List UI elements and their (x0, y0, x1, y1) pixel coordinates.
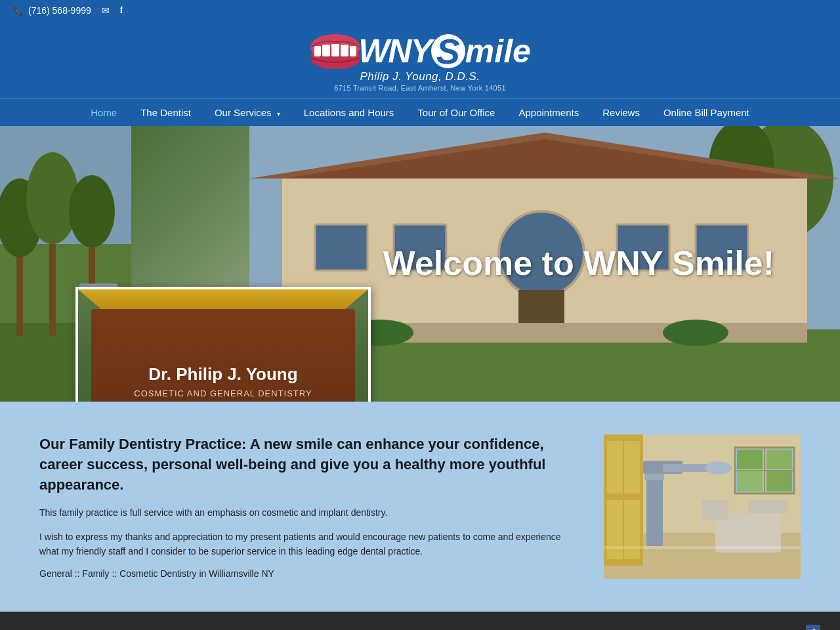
nav-item-reviews[interactable]: Reviews (591, 99, 652, 126)
nav-item-appointments[interactable]: Appointments (507, 99, 591, 126)
svg-rect-62 (737, 450, 763, 469)
office-sign: Dr. Philip J. Young COSMETIC AND GENERAL… (75, 287, 371, 402)
nav-item-services[interactable]: Our Services ▾ (203, 99, 292, 126)
svg-rect-14 (49, 244, 56, 336)
svg-rect-57 (702, 500, 728, 520)
svg-rect-4 (331, 44, 339, 56)
content-heading: Our Family Dentistry Practice: A new smi… (39, 434, 564, 495)
nav-link-billing[interactable]: Online Bill Payment (652, 99, 761, 126)
hero-title: Welcome to WNY Smile! (383, 245, 774, 282)
top-bar: 📞 (716) 568-9999 ✉ f (0, 0, 840, 21)
svg-rect-64 (737, 471, 763, 492)
svg-rect-65 (766, 471, 792, 492)
logo-address: 6715 Transit Road, East Amherst, New Yor… (334, 84, 506, 92)
office-interior-photo (604, 434, 801, 579)
svg-rect-63 (766, 450, 792, 469)
nav-link-services[interactable]: Our Services ▾ (203, 99, 292, 126)
sign-doctor-name: Dr. Philip J. Young (148, 364, 297, 385)
content-section: Our Family Dentistry Practice: A new smi… (0, 402, 840, 612)
nav-link-home[interactable]: Home (79, 99, 129, 126)
svg-rect-66 (604, 546, 801, 549)
svg-point-55 (705, 461, 732, 474)
content-para2: I wish to express my thanks and apprecia… (39, 530, 564, 559)
svg-rect-51 (646, 474, 663, 546)
logo-main-row: WNY S mile (309, 33, 531, 69)
nav-item-tour[interactable]: Tour of Our Office (406, 99, 507, 126)
phone-text: (716) 568-9999 (28, 5, 91, 16)
nav-item-home[interactable]: Home (79, 99, 129, 126)
svg-rect-6 (350, 46, 356, 56)
svg-rect-5 (341, 45, 348, 56)
nav-link-tour[interactable]: Tour of Our Office (406, 99, 507, 126)
svg-rect-58 (748, 500, 788, 513)
email-icon[interactable]: ✉ (102, 5, 110, 16)
nav-item-billing[interactable]: Online Bill Payment (652, 99, 761, 126)
nav-list: Home The Dentist Our Services ▾ Location… (0, 99, 840, 126)
hero-section: Dr. Philip J. Young COSMETIC AND GENERAL… (0, 126, 840, 402)
nav-link-appointments[interactable]: Appointments (507, 99, 591, 126)
hero-welcome-text: Welcome to WNY Smile! (383, 245, 774, 282)
svg-rect-2 (314, 46, 321, 56)
nav-item-locations[interactable]: Locations and Hours (292, 99, 406, 126)
main-nav: Home The Dentist Our Services ▾ Location… (0, 98, 840, 126)
logo-wny: WNY (358, 35, 431, 68)
teeth-icon (309, 33, 362, 69)
logo[interactable]: WNY S mile Philip J. Young, D.D.S. 6715 … (0, 33, 840, 92)
sign-inner: Dr. Philip J. Young COSMETIC AND GENERAL… (78, 289, 368, 402)
services-dropdown-arrow: ▾ (277, 110, 280, 117)
svg-point-12 (69, 175, 115, 247)
facebook-icon-topbar[interactable]: f (120, 5, 123, 16)
content-tags: General :: Family :: Cosmetic Dentistry … (39, 568, 564, 579)
logo-smile-rest: mile (465, 35, 531, 68)
nav-link-locations[interactable]: Locations and Hours (292, 99, 406, 126)
phone-number: 📞 (716) 568-9999 (13, 5, 91, 16)
nav-link-reviews[interactable]: Reviews (591, 99, 652, 126)
content-left: Our Family Dentistry Practice: A new smi… (39, 434, 564, 579)
svg-point-32 (663, 320, 728, 346)
header: WNY S mile Philip J. Young, D.D.S. 6715 … (0, 21, 840, 98)
sign-tagline: COSMETIC AND GENERAL DENTISTRY (134, 388, 312, 398)
svg-rect-24 (315, 224, 368, 270)
nav-link-dentist[interactable]: The Dentist (129, 99, 203, 126)
phone-icon: 📞 (13, 5, 24, 16)
nav-item-dentist[interactable]: The Dentist (129, 99, 203, 126)
svg-rect-3 (322, 45, 330, 56)
svg-rect-13 (16, 257, 23, 336)
footer: Designed by Data Design Group f (0, 612, 840, 630)
sign-board: Dr. Philip J. Young COSMETIC AND GENERAL… (91, 309, 355, 402)
footer-facebook-icon[interactable]: f (806, 625, 820, 630)
logo-smile-s: S (431, 34, 465, 68)
content-right (604, 434, 801, 579)
content-para1: This family practice is full service wit… (39, 505, 564, 520)
logo-doctor-name: Philip J. Young, D.D.S. (360, 70, 480, 83)
office-interior-svg (604, 434, 801, 579)
